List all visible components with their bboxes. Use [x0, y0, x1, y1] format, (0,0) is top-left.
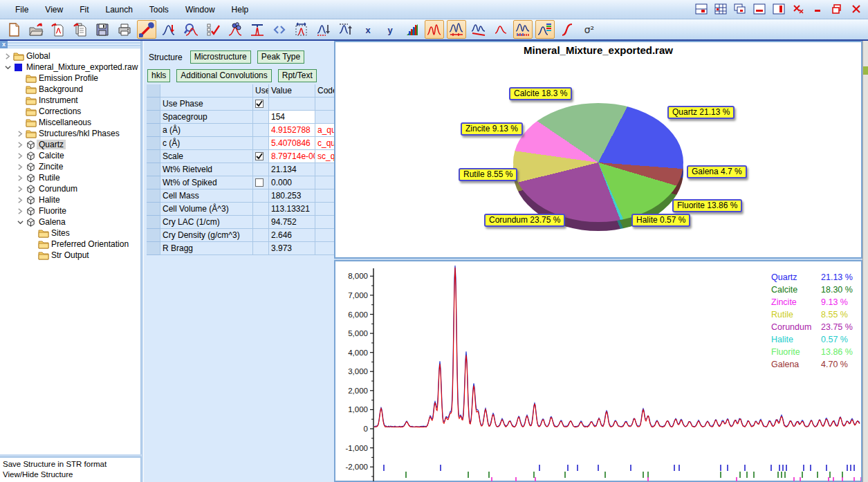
fit-settings-button[interactable]	[137, 20, 156, 39]
import-data-button[interactable]	[48, 20, 68, 39]
shift-pattern-down-button[interactable]	[314, 20, 333, 39]
param-value[interactable]: 154	[269, 111, 315, 124]
peak-search-button[interactable]	[181, 20, 201, 39]
tree-item-galena[interactable]: Galena	[0, 216, 140, 228]
expander-collapsed-icon[interactable]	[15, 208, 25, 214]
tree-item-instrument[interactable]: Instrument	[0, 95, 140, 106]
menu-file[interactable]: File	[7, 2, 37, 17]
expander-collapsed-icon[interactable]	[15, 153, 25, 159]
pie-label-zincite[interactable]: Zincite 9.13 %	[461, 122, 523, 136]
tree-item-quartz[interactable]: Quartz	[0, 139, 140, 150]
row-gutter[interactable]	[147, 111, 160, 124]
close-icon[interactable]	[849, 2, 864, 16]
sigma-squared-button[interactable]: σ²	[580, 20, 599, 39]
tree-item-corrections[interactable]: Corrections	[0, 106, 140, 117]
row-gutter[interactable]	[147, 150, 160, 163]
expander-expanded-icon[interactable]	[15, 219, 25, 225]
show-difference-button[interactable]	[447, 20, 466, 39]
x-axis-button[interactable]: x	[358, 20, 378, 39]
zoom-region-button[interactable]	[292, 20, 311, 39]
tree-item-rutile[interactable]: Rutile	[0, 172, 140, 183]
row-gutter[interactable]	[147, 242, 160, 255]
tree-item-calcite[interactable]: Calcite	[0, 150, 140, 161]
row-gutter[interactable]	[147, 124, 160, 137]
row-gutter[interactable]	[147, 176, 160, 189]
checkbox-checked[interactable]	[255, 100, 264, 108]
panel-close-icon[interactable]: x	[0, 41, 8, 48]
checkbox-unchecked[interactable]	[255, 178, 264, 187]
param-code[interactable]: c_qua	[315, 137, 336, 150]
tree-item-fluorite[interactable]: Fluorite	[0, 205, 140, 216]
pie-label-galena[interactable]: Galena 4.7 %	[687, 165, 747, 178]
tree-item-global[interactable]: Global	[0, 50, 140, 62]
menu-fit[interactable]: Fit	[71, 2, 97, 17]
diffraction-plot-panel[interactable]: 8,0007,0006,0005,0004,0003,0002,0001,000…	[334, 260, 862, 482]
axes-peak-button[interactable]	[248, 20, 267, 39]
row-gutter[interactable]	[147, 137, 160, 150]
expander-collapsed-icon[interactable]	[15, 164, 25, 170]
sigmoid-button[interactable]	[557, 20, 577, 39]
minimize-icon[interactable]	[810, 2, 825, 16]
show-calculated-button[interactable]	[425, 20, 444, 39]
expander-expanded-icon[interactable]	[3, 64, 12, 71]
expander-collapsed-icon[interactable]	[15, 142, 25, 148]
open-file-button[interactable]	[26, 20, 46, 39]
tab-rpt-text[interactable]: Rpt/Text	[278, 69, 317, 82]
close-all-icon[interactable]	[791, 2, 806, 16]
code-view-button[interactable]	[270, 20, 289, 39]
expander-collapsed-icon[interactable]	[15, 186, 25, 192]
tree-item-emission-profile[interactable]: Emission Profile	[0, 73, 140, 84]
param-code[interactable]	[315, 111, 336, 124]
refinement-options-button[interactable]	[203, 20, 223, 39]
menu-view[interactable]: View	[37, 2, 71, 17]
menu-window[interactable]: Window	[177, 2, 223, 17]
tab-microstructure[interactable]: Microstructure	[190, 50, 251, 64]
tile-grid-icon[interactable]	[713, 2, 728, 16]
row-gutter[interactable]	[147, 163, 160, 176]
pie-label-corundum[interactable]: Corundum 23.75 %	[484, 214, 565, 227]
split-horizontal-icon[interactable]	[752, 2, 767, 16]
tab-structure[interactable]: Structure	[147, 51, 184, 64]
save-button[interactable]	[93, 20, 112, 39]
tree-item-preferred-orientation[interactable]: Preferred Orientation	[0, 239, 140, 250]
row-gutter[interactable]	[147, 229, 160, 242]
tree-item-zincite[interactable]: Zincite	[0, 161, 140, 172]
param-value[interactable]: 8.79714e-00	[269, 150, 315, 163]
tab-hkls[interactable]: hkls	[147, 69, 170, 82]
show-legend-button[interactable]	[535, 20, 555, 39]
stack-plots-button[interactable]	[403, 20, 422, 39]
tab-additional-convolutions[interactable]: Additional Convolutions	[176, 69, 271, 82]
tile-horizontal-icon[interactable]	[694, 2, 709, 16]
panel-grip[interactable]	[0, 41, 140, 48]
tree-item-str-output[interactable]: Str Output	[0, 250, 140, 261]
tree-item-miscellaneous[interactable]: Miscellaneous	[0, 117, 140, 128]
insert-peak-button[interactable]	[159, 20, 178, 39]
row-gutter[interactable]	[147, 216, 160, 229]
pie-chart[interactable]	[513, 103, 683, 222]
row-gutter[interactable]	[147, 98, 160, 111]
pie-chart-panel[interactable]: Mineral_Mixture_exported.raw Calcite 18.…	[334, 41, 862, 259]
tree-item-halite[interactable]: Halite	[0, 194, 140, 205]
print-button[interactable]	[115, 20, 134, 39]
tree-item-corundum[interactable]: Corundum	[0, 183, 140, 194]
y-axis-button[interactable]: y	[380, 20, 400, 39]
cascade-windows-icon[interactable]	[732, 2, 748, 16]
expander-collapsed-icon[interactable]	[15, 175, 25, 181]
param-value[interactable]: 5.4070846	[269, 137, 315, 150]
tab-peak-type[interactable]: Peak Type	[257, 50, 304, 64]
restore-icon[interactable]	[829, 2, 844, 16]
pie-label-quartz[interactable]: Quartz 21.13 %	[667, 106, 735, 119]
new-document-button[interactable]	[4, 20, 24, 39]
menu-launch[interactable]: Launch	[97, 2, 140, 17]
show-observed-button[interactable]	[491, 20, 510, 39]
pie-label-halite[interactable]: Halite 0.57 %	[631, 214, 690, 227]
param-value[interactable]: 4.9152788	[269, 124, 315, 137]
tree-item-structures-hkl-phases[interactable]: Structures/hkl Phases	[0, 128, 140, 139]
menu-help[interactable]: Help	[223, 2, 257, 17]
structure-atoms-button[interactable]	[225, 20, 245, 39]
expander-collapsed-icon[interactable]	[15, 131, 25, 137]
pie-label-calcite[interactable]: Calcite 18.3 %	[509, 87, 572, 100]
pie-label-fluorite[interactable]: Fluorite 13.86 %	[672, 199, 742, 212]
expander-collapsed-icon[interactable]	[3, 53, 12, 59]
copy-document-button[interactable]	[71, 20, 90, 39]
